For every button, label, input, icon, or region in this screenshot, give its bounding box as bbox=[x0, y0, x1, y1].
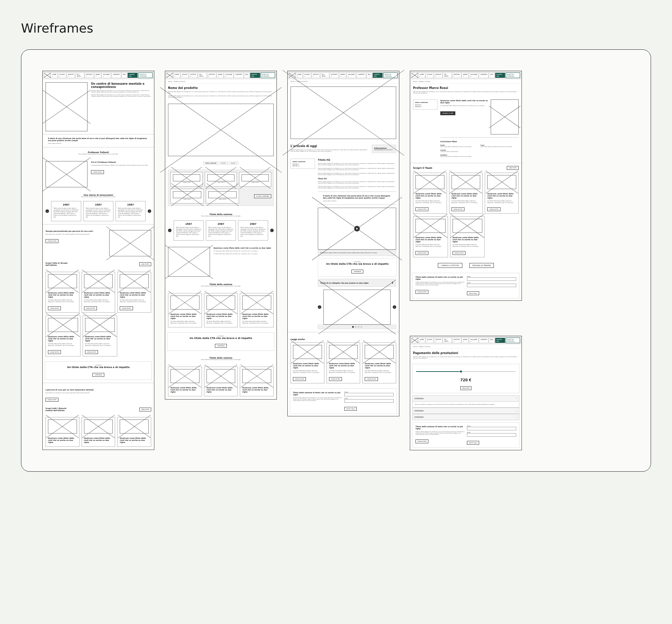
nav-item[interactable]: PILASTI bbox=[58, 72, 66, 78]
read-more-button[interactable]: LEGGI DI PIÙ bbox=[487, 207, 500, 211]
card[interactable]: Qualcosa come titolo della card che va a… bbox=[46, 316, 80, 356]
continue-button[interactable]: CONTINUA bbox=[92, 373, 104, 377]
card[interactable]: Qualcosa come titolo della card che va a… bbox=[46, 417, 79, 447]
nav-outline[interactable]: NON È IN EVIDENZA bbox=[138, 72, 153, 78]
name-input[interactable] bbox=[467, 277, 516, 281]
card[interactable]: Qualcosa come titolo della card che va a… bbox=[449, 173, 483, 214]
nav-item[interactable]: CONTATTI bbox=[111, 72, 121, 78]
card[interactable]: Qualcosa come titolo della card che va a… bbox=[413, 216, 448, 257]
nav-item[interactable]: ISTITUTI bbox=[66, 72, 75, 78]
card[interactable]: Qualcosa come titolo della card che va a… bbox=[168, 293, 202, 327]
nav-item[interactable]: PILASTI bbox=[426, 338, 434, 343]
pay-button[interactable]: PAGA ORA bbox=[460, 386, 471, 390]
nav-item[interactable]: FAQ bbox=[244, 72, 250, 78]
read-more-button[interactable]: LEGGI DI PIÙ bbox=[415, 251, 428, 255]
nav-item[interactable]: HOME bbox=[418, 72, 425, 78]
nav-cta[interactable]: CHIATTA ORA bbox=[495, 72, 505, 78]
slider-thumb[interactable] bbox=[460, 370, 462, 373]
card[interactable]: Qualcosa come titolo della card che va a… bbox=[240, 367, 274, 396]
nav-cta[interactable]: CHIATTA ORA bbox=[250, 72, 260, 78]
nav-item[interactable]: CONTATTI bbox=[479, 72, 489, 78]
nav-item[interactable]: HOME bbox=[51, 72, 58, 78]
nav-item[interactable]: VOLGARE bbox=[224, 72, 233, 78]
card[interactable]: Qualcosa come titolo della card che va a… bbox=[117, 272, 151, 313]
submit-button[interactable]: Nome input bbox=[467, 441, 479, 445]
nav-item[interactable]: ISTITUTO bbox=[452, 338, 461, 343]
nav-item[interactable]: NEWS bbox=[94, 72, 101, 78]
read-more-button[interactable]: LEGGI DI PIÙ bbox=[120, 306, 133, 310]
nav-item[interactable]: ISTITUTO bbox=[452, 72, 461, 78]
read-more-button[interactable]: LEGGI DI PIÙ bbox=[453, 251, 465, 255]
card[interactable]: Qualcosa come titolo della card che va a… bbox=[82, 417, 115, 447]
price-slider[interactable] bbox=[416, 371, 516, 372]
toc-link[interactable]: Section1 bbox=[219, 162, 228, 165]
nav-cta[interactable]: CHIATTA ORA bbox=[495, 338, 505, 343]
card[interactable]: Qualcosa come titolo della card che va a… bbox=[413, 173, 447, 214]
play-icon[interactable] bbox=[354, 226, 360, 231]
card[interactable]: Qualcosa come titolo della card che va a… bbox=[82, 272, 115, 313]
nav-item[interactable]: CONTATTI bbox=[234, 72, 244, 78]
toc-link[interactable]: Section 2 bbox=[415, 106, 435, 108]
view-all-button[interactable]: VEDI TUTTI bbox=[139, 408, 151, 411]
email-input[interactable] bbox=[467, 433, 516, 437]
card[interactable]: Qualcosa come titolo della card che va a… bbox=[204, 293, 238, 327]
nav-item[interactable]: NEWS bbox=[462, 72, 469, 78]
accordion-item[interactable]: DOMANDA⌄ bbox=[412, 414, 519, 420]
nav-item[interactable]: PILASTI bbox=[426, 72, 434, 78]
read-more-button[interactable]: LEGGI DI PIÙ bbox=[329, 377, 342, 381]
dot[interactable] bbox=[355, 326, 357, 328]
card[interactable]: Qualcosa come titolo della card che va a… bbox=[204, 367, 238, 396]
nav-item[interactable]: VOLGARE bbox=[469, 72, 478, 78]
submit-button[interactable]: Nome input bbox=[344, 407, 357, 411]
nav-item[interactable]: ISTITUTI bbox=[434, 72, 442, 78]
dot[interactable] bbox=[352, 326, 354, 328]
read-more-button[interactable]: LEGGI DI PIÙ bbox=[84, 306, 97, 310]
card[interactable]: Qualcosa come titolo della card che va a… bbox=[240, 293, 274, 327]
nav-outline[interactable]: NON È IN EVIDENZA bbox=[261, 72, 275, 78]
toc-link[interactable]: Section 2 bbox=[229, 162, 238, 165]
card[interactable]: Qualcosa come titolo della card che va a… bbox=[168, 367, 202, 396]
nav-item[interactable]: HOME bbox=[173, 72, 180, 78]
email-input[interactable] bbox=[344, 399, 394, 403]
nav-item[interactable]: PILASTI bbox=[303, 72, 311, 78]
nav-item[interactable]: FAQ bbox=[489, 338, 495, 343]
read-more-button[interactable]: LEGGI DI PIÙ bbox=[91, 170, 104, 174]
nav-item[interactable]: CONTATTI bbox=[356, 72, 366, 78]
card[interactable]: Qualcosa come titolo della card che va a… bbox=[46, 272, 79, 313]
email-input[interactable] bbox=[467, 284, 516, 287]
read-more-button[interactable]: LEGGI DI PIÙ bbox=[48, 306, 61, 310]
nav-item[interactable]: NEWS bbox=[462, 338, 469, 343]
name-input[interactable] bbox=[344, 393, 394, 396]
nav-item[interactable]: ISTITUTO bbox=[85, 72, 94, 78]
toc-link[interactable]: Section 2 bbox=[293, 165, 313, 167]
read-more-button[interactable]: LEGGI DI PIÙ bbox=[85, 350, 98, 354]
nav-item[interactable]: NEWS bbox=[339, 72, 346, 78]
therapies-button[interactable]: ESPLORA LE TERAPIE bbox=[469, 263, 494, 268]
dot[interactable] bbox=[360, 326, 362, 328]
nav-item[interactable]: FAQ bbox=[366, 72, 372, 78]
read-more-button[interactable]: LEGGI DI PIÙ bbox=[451, 207, 464, 211]
card[interactable]: Qualcosa come titolo della card che va a… bbox=[450, 216, 485, 257]
next-arrow[interactable]: › bbox=[270, 229, 274, 232]
nav-cta[interactable]: CHIATTA ORA bbox=[372, 72, 383, 78]
continue-button[interactable]: CONTINUA bbox=[215, 344, 226, 348]
prev-arrow[interactable]: ‹ bbox=[46, 209, 49, 213]
nav-item[interactable]: HOME bbox=[418, 338, 425, 343]
download-pdf-button[interactable]: SCARICA IL PDF bbox=[440, 111, 455, 115]
nav-item[interactable]: HOME bbox=[296, 72, 303, 78]
accordion-item[interactable]: DOMANDA⌃ bbox=[412, 395, 519, 402]
nav-item[interactable]: ISTITUTI bbox=[189, 72, 197, 78]
prev-arrow[interactable]: ‹ bbox=[168, 229, 172, 232]
submit-button[interactable]: Nome input bbox=[467, 291, 479, 295]
prev-arrow[interactable]: ‹ bbox=[318, 305, 321, 309]
next-arrow[interactable]: › bbox=[393, 305, 396, 309]
nav-item[interactable]: PILASTI bbox=[181, 72, 189, 78]
nav-cta[interactable]: CHIATTA ORA bbox=[127, 72, 138, 78]
read-more-button[interactable]: LEGGI DI PIÙ bbox=[415, 290, 428, 294]
nav-item[interactable]: FAQ bbox=[121, 72, 127, 78]
view-all-button[interactable]: VEDI TUTTI bbox=[507, 166, 519, 170]
read-more-button[interactable]: LEGGI DI PIÙ bbox=[415, 207, 428, 211]
nav-item[interactable]: VOLGARE bbox=[102, 72, 111, 78]
read-more-button[interactable]: LEGGI DI PIÙ bbox=[48, 350, 61, 354]
nav-item[interactable]: PE I SETE bbox=[75, 72, 84, 78]
